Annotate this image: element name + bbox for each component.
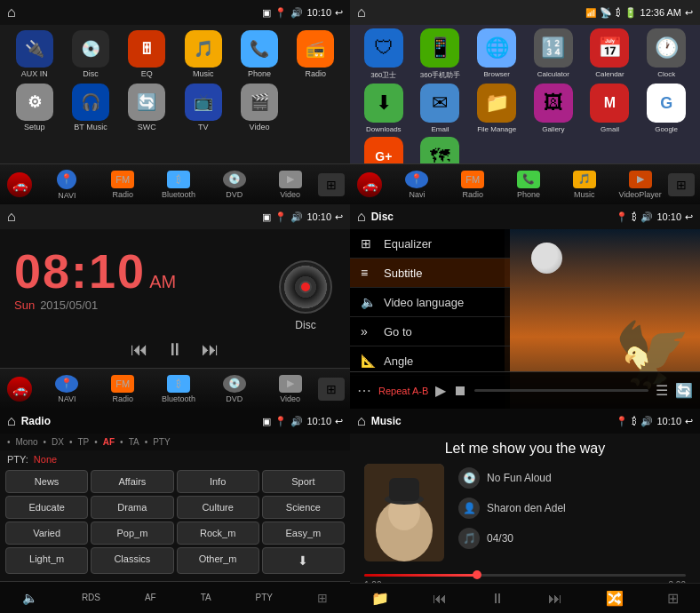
menu-subtitle[interactable]: ≡ Subtitle	[350, 259, 510, 288]
radio-btn-culture[interactable]: Culture	[177, 496, 259, 519]
app-phone[interactable]: 📞 Phone	[234, 30, 284, 78]
dvd-progress-bar	[474, 389, 648, 392]
app-gmail[interactable]: M Gmail	[584, 84, 637, 133]
app-tv[interactable]: 📺 TV	[178, 84, 228, 131]
app-file-manager[interactable]: 📁 File Manage	[470, 84, 523, 133]
car-home-icon-2[interactable]: 🚗	[357, 172, 382, 197]
app-aux[interactable]: 🔌 AUX IN	[9, 30, 60, 78]
radio-btn-varied[interactable]: Varied	[5, 521, 88, 545]
grid-view-button-3[interactable]: ⊞	[318, 378, 345, 401]
shuffle-btn[interactable]: 🔀	[606, 590, 624, 607]
music-info-row: 💿 No Fun Aloud 👤 Sharon den Adel 🎵 04/30	[364, 464, 686, 561]
pty-button[interactable]: PTY	[256, 593, 273, 602]
volume-icon-4: 🔊	[640, 211, 653, 223]
app-downloads[interactable]: ⬇ Downloads	[357, 84, 410, 133]
nav-music-2[interactable]: 🎵 Music	[556, 171, 612, 199]
status-bar-5: ⌂ Radio ▣ 📍 🔊 10:10 ↩	[0, 409, 350, 434]
menu-video-language[interactable]: 🔈 Video language	[350, 288, 510, 317]
clock-icon: 🕐	[647, 28, 686, 68]
nav-video[interactable]: ▶ Video	[262, 171, 318, 199]
time-2: 12:36 AM	[640, 7, 681, 18]
app-radio[interactable]: 📻 Radio	[290, 30, 341, 78]
nav-radio-3[interactable]: FM Radio	[95, 375, 151, 403]
dvd-stop-btn[interactable]: ⏹	[453, 383, 467, 399]
app-eq[interactable]: 🎚 EQ	[122, 30, 172, 78]
equalizer-btn[interactable]: ⊞	[667, 590, 679, 607]
car-home-icon[interactable]: 🚗	[7, 172, 32, 197]
dvd-repeat-btn[interactable]: 🔄	[675, 382, 693, 399]
nav-navi-2[interactable]: 📍 Navi	[389, 171, 445, 199]
app-video[interactable]: 🎬 Video	[234, 84, 284, 131]
pty-value: None	[34, 454, 57, 465]
menu-goto[interactable]: » Go to	[350, 317, 510, 346]
dvd-list-btn[interactable]: ☰	[656, 382, 668, 399]
app-clock[interactable]: 🕐 Clock	[640, 28, 693, 80]
nav-phone-2[interactable]: 📞 Phone	[501, 171, 557, 199]
grid-view-button[interactable]: ⊞	[318, 173, 345, 196]
radio-btn-lightm[interactable]: Light_m	[5, 547, 88, 574]
radio-btn-otherm[interactable]: Other_m	[177, 547, 259, 574]
music-progress-bar[interactable]	[364, 574, 686, 577]
radio-btn-classics[interactable]: Classics	[91, 547, 173, 574]
app-setup[interactable]: ⚙ Setup	[9, 84, 60, 131]
car-home-icon-3[interactable]: 🚗	[7, 377, 32, 402]
nav-video-3[interactable]: ▶ Video	[262, 375, 318, 403]
nav-dvd-3[interactable]: 💿 DVD	[206, 375, 262, 403]
radio-btn-info[interactable]: Info	[177, 470, 259, 493]
prev-btn-bottom[interactable]: ⏮	[433, 591, 447, 607]
radio-btn-down[interactable]: ⬇	[262, 547, 345, 574]
app-360-assistant[interactable]: 📱 360手机助手	[414, 28, 467, 80]
folder-button[interactable]: 📁	[371, 590, 389, 607]
radio-btn-affairs[interactable]: Affairs	[91, 470, 173, 493]
google-icon: G	[647, 84, 686, 123]
nav-navi[interactable]: 📍 NAVI	[39, 170, 95, 200]
app-disc[interactable]: 💿 Disc	[65, 30, 115, 78]
app-music[interactable]: 🎵 Music	[178, 30, 228, 78]
app-calculator[interactable]: 🔢 Calculator	[527, 28, 580, 80]
settings-icon[interactable]: ⊞	[317, 591, 328, 605]
play-pause-button-3[interactable]: ⏸	[166, 339, 184, 360]
radio-btn-news[interactable]: News	[5, 470, 88, 493]
app-360-security[interactable]: 🛡 360卫士	[357, 28, 410, 80]
app-gallery[interactable]: 🖼 Gallery	[527, 84, 580, 133]
radio-btn-sport[interactable]: Sport	[262, 470, 345, 493]
swc-icon: 🔄	[128, 84, 165, 121]
next-btn-bottom[interactable]: ⏭	[548, 591, 562, 607]
play-btn-bottom[interactable]: ⏸	[490, 591, 505, 607]
nav-bt-3[interactable]: ₿ Bluetooth	[151, 375, 207, 403]
app-email[interactable]: ✉ Email	[414, 84, 467, 133]
nav-navi-3[interactable]: 📍 NAVI	[39, 375, 95, 403]
nav-videoplayer[interactable]: ▶ VideoPlayer	[612, 171, 668, 199]
app-btmusic[interactable]: 🎧 BT Music	[65, 84, 115, 131]
gallery-icon: 🖼	[534, 84, 573, 123]
grid-view-button-2[interactable]: ⊞	[668, 173, 695, 196]
app-calendar[interactable]: 📅 Calendar	[584, 28, 637, 80]
radio-btn-easym[interactable]: Easy_m	[262, 521, 345, 545]
radio-btn-educate[interactable]: Educate	[5, 496, 88, 519]
app-swc[interactable]: 🔄 SWC	[122, 84, 172, 131]
app-browser[interactable]: 🌐 Browser	[470, 28, 523, 80]
calculator-icon: 🔢	[534, 28, 573, 68]
prev-button-3[interactable]: ⏮	[131, 339, 148, 360]
360-assist-icon: 📱	[420, 28, 459, 68]
nav-dvd[interactable]: 💿 DVD	[206, 171, 262, 199]
nav-radio[interactable]: FM Radio	[95, 171, 151, 199]
back-icon-3: ↩	[335, 211, 343, 223]
dvd-repeat-ab[interactable]: Repeat A-B	[378, 386, 428, 396]
next-button-3[interactable]: ⏭	[202, 339, 219, 360]
nav-bt[interactable]: ₿ Bluetooth	[151, 171, 207, 199]
radio-btn-rockm[interactable]: Rock_m	[177, 521, 259, 545]
ta-button[interactable]: TA	[201, 593, 211, 602]
radio-btn-drama[interactable]: Drama	[91, 496, 173, 519]
gps-icon: 📍	[274, 7, 287, 19]
radio-btn-popm[interactable]: Pop_m	[91, 521, 173, 545]
dvd-menu-btn[interactable]: ⋯	[357, 382, 371, 399]
af-button[interactable]: AF	[145, 593, 156, 602]
goto-icon: »	[361, 324, 377, 338]
dvd-play-btn[interactable]: ▶	[435, 382, 446, 399]
rds-button[interactable]: RDS	[82, 593, 100, 602]
nav-radio-2[interactable]: FM Radio	[445, 171, 501, 199]
app-google[interactable]: G Google	[640, 84, 693, 133]
menu-equalizer[interactable]: ⊞ Equalizer	[350, 229, 510, 259]
radio-btn-science[interactable]: Science	[262, 496, 345, 519]
